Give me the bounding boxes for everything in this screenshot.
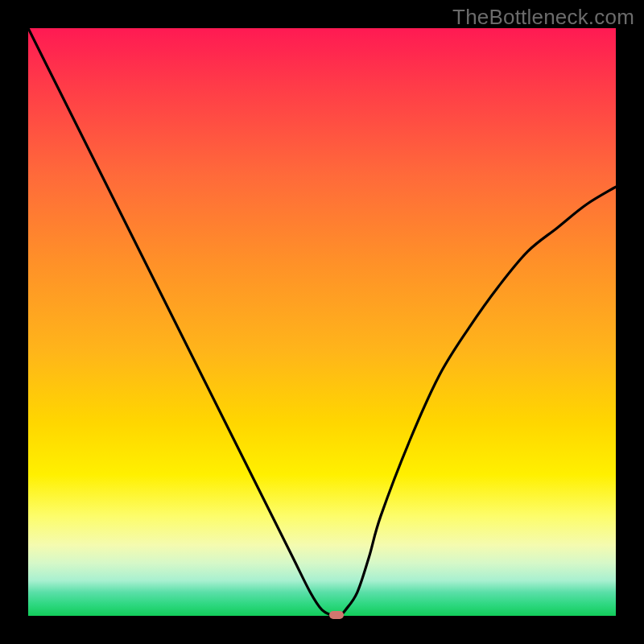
curve-path [28,28,616,616]
optimal-point-marker [329,611,344,619]
bottleneck-curve [28,28,616,616]
plot-area [28,28,616,616]
chart-frame: TheBottleneck.com [0,0,644,644]
watermark-text: TheBottleneck.com [452,5,634,30]
